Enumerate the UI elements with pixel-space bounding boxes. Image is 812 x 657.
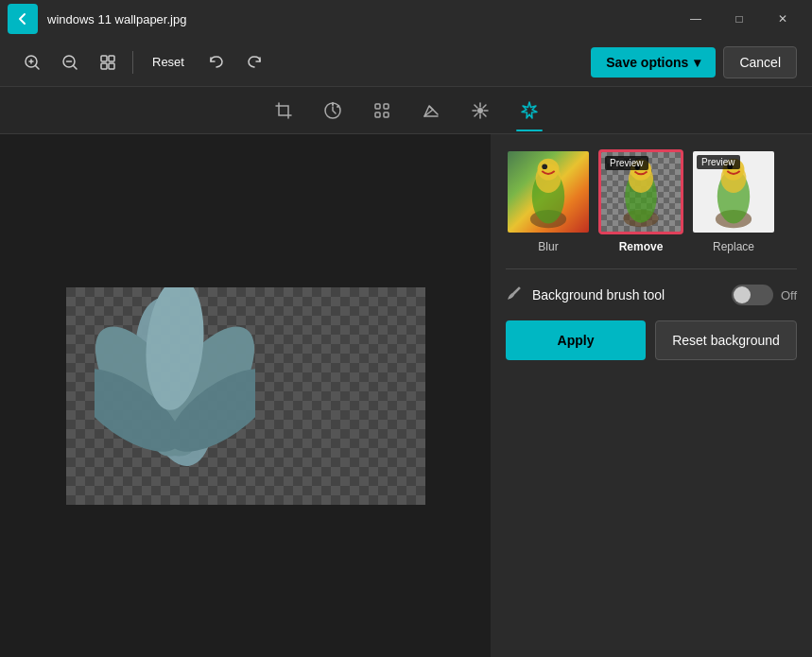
window-controls: — □ ✕ xyxy=(674,0,804,38)
tab-bg-effect[interactable] xyxy=(509,90,550,131)
replace-label: Replace xyxy=(713,240,754,253)
svg-rect-14 xyxy=(375,104,380,109)
svg-rect-8 xyxy=(109,56,114,61)
flower-image xyxy=(95,287,255,476)
svg-rect-10 xyxy=(109,63,114,69)
svg-line-27 xyxy=(475,113,477,116)
svg-line-25 xyxy=(483,113,486,116)
canvas-area xyxy=(0,134,491,657)
svg-rect-15 xyxy=(384,104,389,109)
brush-tool-toggle[interactable] xyxy=(732,285,773,305)
svg-line-6 xyxy=(74,65,78,69)
panel-divider xyxy=(506,268,797,269)
svg-rect-9 xyxy=(101,63,107,69)
action-buttons: Apply Reset background xyxy=(506,320,797,360)
bg-option-replace-img: Preview xyxy=(691,149,776,234)
bg-option-blur-img xyxy=(506,149,591,234)
tab-filter[interactable] xyxy=(361,90,403,131)
remove-label: Remove xyxy=(619,240,664,253)
svg-point-19 xyxy=(477,108,483,113)
svg-rect-16 xyxy=(375,112,380,117)
tab-adjust[interactable] xyxy=(312,90,354,131)
tab-bg-remove[interactable] xyxy=(459,90,501,131)
svg-line-24 xyxy=(475,105,477,108)
remove-preview-badge: Preview xyxy=(605,156,648,170)
svg-line-26 xyxy=(483,105,486,108)
reset-background-button[interactable]: Reset background xyxy=(655,320,797,360)
blur-label: Blur xyxy=(538,240,558,253)
toggle-knob xyxy=(734,286,751,303)
brush-icon xyxy=(506,285,523,305)
brush-tool-row: Background brush tool Off xyxy=(506,285,797,305)
zoom-in-button[interactable] xyxy=(15,45,49,79)
brush-tool-label: Background brush tool xyxy=(532,287,722,303)
bg-option-remove[interactable]: Preview Remove xyxy=(598,149,683,253)
toggle-container: Off xyxy=(732,285,797,305)
replace-preview-badge: Preview xyxy=(697,155,740,169)
svg-line-13 xyxy=(337,106,339,107)
toggle-state-label: Off xyxy=(781,288,797,303)
cancel-button[interactable]: Cancel xyxy=(723,46,797,78)
svg-rect-7 xyxy=(101,56,107,61)
back-button[interactable] xyxy=(8,4,38,34)
toolbar-right: Save options ▾ Cancel xyxy=(591,46,797,78)
blur-preview-image xyxy=(508,151,589,233)
redo-button[interactable] xyxy=(237,45,271,79)
titlebar: windows 11 wallpaper.jpg — □ ✕ xyxy=(0,0,812,38)
right-panel: Blur Preview Remove Preview xyxy=(491,134,812,657)
zoom-out-button[interactable] xyxy=(53,45,87,79)
bg-option-remove-img: Preview xyxy=(598,149,683,234)
apply-button[interactable]: Apply xyxy=(506,320,646,360)
save-options-button[interactable]: Save options ▾ xyxy=(591,47,716,78)
undo-button[interactable] xyxy=(199,45,233,79)
minimize-button[interactable]: — xyxy=(674,0,717,38)
tool-tabs xyxy=(0,87,812,134)
bg-option-blur[interactable]: Blur xyxy=(506,149,591,253)
bg-options: Blur Preview Remove Preview xyxy=(506,149,797,253)
parrot-overlay-blur xyxy=(508,151,589,233)
svg-rect-17 xyxy=(384,112,389,117)
window-title: windows 11 wallpaper.jpg xyxy=(47,12,674,26)
reset-button[interactable]: Reset xyxy=(141,49,196,75)
tab-crop[interactable] xyxy=(263,90,304,131)
main-content: Blur Preview Remove Preview xyxy=(0,134,812,657)
fit-view-button[interactable] xyxy=(91,45,125,79)
svg-line-3 xyxy=(36,65,40,69)
tab-erase[interactable] xyxy=(410,90,452,131)
toolbar-left: Reset xyxy=(15,45,587,79)
close-button[interactable]: ✕ xyxy=(761,0,804,38)
image-preview xyxy=(66,287,425,505)
maximize-button[interactable]: □ xyxy=(717,0,761,38)
bg-option-replace[interactable]: Preview Replace xyxy=(691,149,776,253)
toolbar-divider xyxy=(132,51,133,74)
toolbar: Reset Save options ▾ Cancel xyxy=(0,38,812,87)
